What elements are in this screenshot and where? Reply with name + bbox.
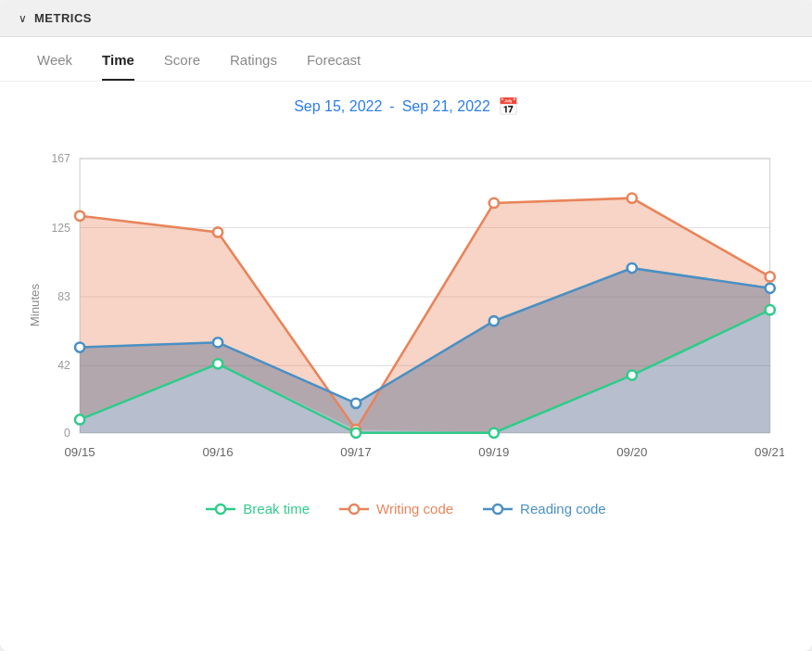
writing-code-legend-icon	[339, 503, 369, 516]
reading-dot-0	[75, 342, 84, 351]
x-tick-1: 09/16	[202, 445, 233, 459]
x-tick-5: 09/21	[755, 445, 784, 459]
tab-forecast[interactable]: Forecast	[307, 52, 361, 81]
break-time-legend-icon	[206, 503, 235, 516]
tab-ratings[interactable]: Ratings	[230, 52, 277, 81]
writing-dot-3	[489, 198, 499, 208]
y-axis-label: Minutes	[28, 284, 42, 327]
break-dot-5	[766, 305, 775, 314]
reading-dot-1	[213, 338, 222, 347]
writing-dot-1	[213, 227, 222, 236]
metrics-header: ∨ METRICS	[0, 0, 812, 37]
chart-container: Minutes 167 125 83 42 0	[28, 124, 784, 477]
metrics-card: ∨ METRICS Week Time Score Ratings Foreca…	[0, 0, 812, 651]
x-tick-2: 09/17	[340, 445, 371, 459]
x-tick-4: 09/20	[616, 445, 647, 459]
legend-break-time: Break time	[206, 501, 310, 517]
date-separator: -	[389, 98, 394, 115]
reading-dot-2	[351, 399, 361, 408]
svg-point-14	[349, 504, 359, 514]
tab-time[interactable]: Time	[102, 52, 134, 81]
break-dot-0	[75, 415, 84, 424]
chart-area: Minutes 167 125 83 42 0	[0, 124, 812, 486]
writing-dot-0	[75, 211, 84, 221]
legend-reading-code-label: Reading code	[520, 501, 606, 517]
break-dot-2	[351, 428, 361, 438]
chart-legend: Break time Writing code Reading code	[0, 486, 812, 535]
legend-reading-code: Reading code	[483, 501, 606, 517]
svg-text:83: 83	[57, 290, 70, 303]
date-start: Sep 15, 2022	[294, 98, 382, 115]
reading-dot-3	[489, 316, 499, 326]
svg-point-16	[493, 504, 502, 514]
break-dot-3	[489, 428, 499, 438]
date-end: Sep 21, 2022	[402, 98, 490, 115]
writing-dot-5	[766, 272, 775, 281]
x-tick-0: 09/15	[65, 445, 95, 459]
writing-dot-4	[628, 194, 637, 203]
legend-writing-code: Writing code	[339, 501, 453, 517]
svg-text:42: 42	[57, 359, 70, 372]
legend-writing-code-label: Writing code	[376, 501, 453, 517]
svg-point-12	[216, 504, 225, 514]
calendar-icon[interactable]: 📅	[498, 96, 518, 117]
reading-code-legend-icon	[483, 503, 513, 516]
reading-dot-4	[628, 263, 637, 273]
svg-text:125: 125	[51, 222, 70, 235]
tab-week[interactable]: Week	[37, 52, 72, 81]
break-dot-1	[213, 359, 222, 368]
collapse-chevron[interactable]: ∨	[19, 12, 27, 25]
svg-text:167: 167	[51, 152, 70, 165]
tabs-bar: Week Time Score Ratings Forecast	[0, 37, 812, 82]
break-dot-4	[628, 370, 637, 379]
metrics-chart: Minutes 167 125 83 42 0	[28, 124, 784, 477]
metrics-title: METRICS	[34, 11, 92, 25]
legend-break-time-label: Break time	[243, 501, 310, 517]
x-tick-3: 09/19	[478, 445, 509, 459]
tab-score[interactable]: Score	[164, 52, 200, 81]
reading-dot-5	[766, 284, 775, 293]
svg-text:0: 0	[64, 427, 70, 440]
date-range-bar: Sep 15, 2022 - Sep 21, 2022 📅	[0, 82, 812, 124]
